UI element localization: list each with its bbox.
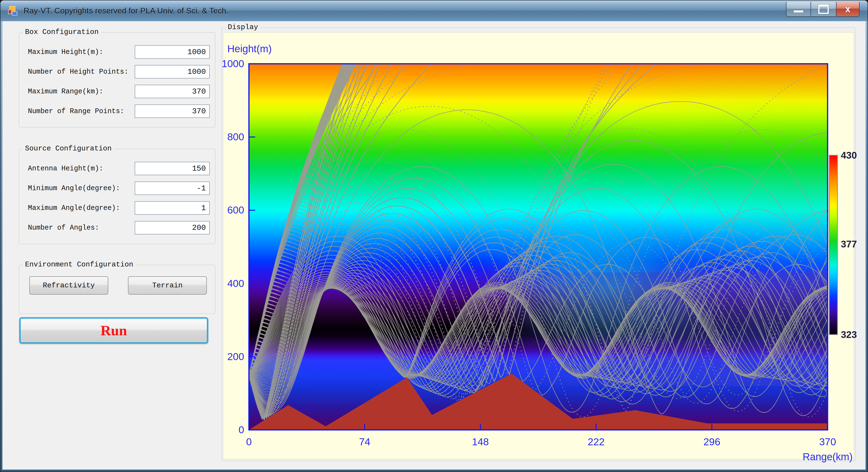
close-icon: x bbox=[845, 5, 850, 14]
antenna-height-row: Antenna Height(m): bbox=[19, 162, 215, 177]
max-angle-row: Maximum Angle(degree): bbox=[19, 201, 215, 216]
num-range-points-input[interactable] bbox=[135, 105, 210, 118]
num-angles-input[interactable] bbox=[135, 221, 210, 234]
min-angle-row: Minimum Angle(degree): bbox=[19, 181, 215, 197]
run-button[interactable]: Run bbox=[19, 317, 208, 344]
min-angle-input[interactable] bbox=[135, 181, 210, 195]
plot-surface bbox=[223, 32, 854, 459]
num-height-points-input[interactable] bbox=[135, 65, 210, 79]
display-title: Display bbox=[225, 23, 260, 31]
app-icon bbox=[8, 5, 19, 17]
source-configuration-group: Source Configuration Antenna Height(m): … bbox=[19, 149, 216, 244]
min-angle-label: Minimum Angle(degree): bbox=[28, 184, 120, 192]
max-angle-label: Maximum Angle(degree): bbox=[28, 204, 120, 212]
max-range-label: Maximum Range(km): bbox=[28, 88, 103, 95]
minimize-button[interactable] bbox=[786, 2, 811, 17]
max-height-row: Maximum Height(m): bbox=[19, 45, 215, 60]
environment-configuration-group: Environment Configuration Refractivity T… bbox=[19, 265, 216, 314]
titlebar[interactable]: Ray-VT. Copyrights reserved for PLA Univ… bbox=[0, 0, 868, 21]
environment-configuration-title: Environment Configuration bbox=[23, 260, 136, 269]
max-range-input[interactable] bbox=[135, 85, 210, 98]
max-height-input[interactable] bbox=[135, 45, 210, 59]
terrain-button[interactable]: Terrain bbox=[128, 276, 207, 295]
num-height-points-row: Number of Height Points: bbox=[19, 65, 215, 80]
refractivity-button[interactable]: Refractivity bbox=[29, 276, 108, 295]
num-range-points-row: Number of Range Points: bbox=[19, 105, 215, 119]
max-range-row: Maximum Range(km): bbox=[19, 85, 215, 100]
antenna-height-label: Antenna Height(m): bbox=[28, 165, 103, 173]
antenna-height-input[interactable] bbox=[135, 162, 210, 175]
num-range-points-label: Number of Range Points: bbox=[28, 107, 124, 115]
application-window: Ray-VT. Copyrights reserved for PLA Univ… bbox=[0, 0, 868, 472]
minimize-icon bbox=[794, 10, 804, 13]
max-angle-input[interactable] bbox=[135, 201, 210, 215]
num-angles-label: Number of Angles: bbox=[28, 224, 99, 232]
num-angles-row: Number of Angles: bbox=[19, 221, 215, 236]
maximize-button[interactable] bbox=[811, 2, 836, 17]
source-configuration-title: Source Configuration bbox=[23, 144, 114, 153]
window-title: Ray-VT. Copyrights reserved for PLA Univ… bbox=[24, 6, 228, 16]
maximize-icon bbox=[818, 4, 829, 14]
close-button[interactable]: x bbox=[836, 2, 860, 17]
num-height-points-label: Number of Height Points: bbox=[28, 68, 128, 76]
box-configuration-title: Box Configuration bbox=[23, 28, 101, 36]
box-configuration-group: Box Configuration Maximum Height(m): Num… bbox=[19, 32, 216, 127]
max-height-label: Maximum Height(m): bbox=[28, 48, 103, 56]
